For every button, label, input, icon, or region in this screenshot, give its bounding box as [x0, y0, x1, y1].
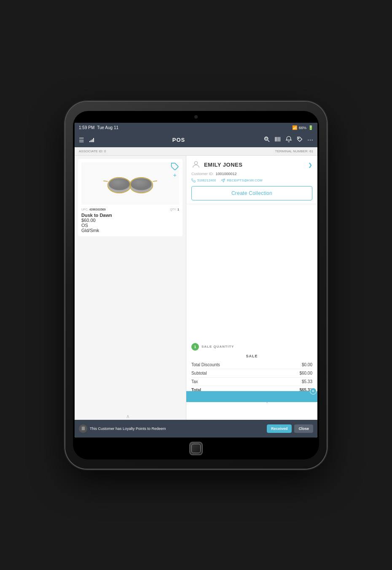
tablet-frame: 1:59 PM Tue Aug 11 📶 66% 🔋 ☰ PO: [65, 102, 327, 469]
sale-quantity-label: SALE QUANTITY: [201, 345, 234, 348]
screen: 1:59 PM Tue Aug 11 📶 66% 🔋 ☰ PO: [75, 123, 317, 438]
loyalty-text: This Customer has Loyalty Points to Rede…: [90, 427, 166, 431]
customer-left: EMILY JONES: [191, 160, 242, 170]
status-left: 1:59 PM Tue Aug 11: [79, 125, 118, 130]
create-collection-button[interactable]: Create Collection: [191, 186, 312, 200]
date-display: Tue Aug 11: [97, 125, 118, 130]
menu-icon[interactable]: ☰: [79, 137, 84, 143]
svg-rect-6: [277, 137, 278, 142]
svg-point-25: [194, 161, 197, 164]
spacer: [186, 204, 317, 339]
customer-row: EMILY JONES ❯: [191, 160, 312, 170]
home-button-inner: [191, 444, 201, 453]
loyalty-message: ☰ This Customer has Loyalty Points to Re…: [79, 424, 166, 433]
close-x-button[interactable]: ✕: [310, 388, 317, 394]
camera: [194, 115, 198, 119]
svg-point-0: [265, 137, 268, 140]
battery-display: 66%: [299, 126, 306, 130]
main-content: +: [75, 156, 317, 420]
qty-value: 1: [177, 208, 179, 211]
svg-line-20: [103, 181, 107, 181]
nav-title: POS: [99, 137, 258, 143]
bottom-bar: ☰ This Customer has Loyalty Points to Re…: [75, 420, 317, 438]
signal-icon: [89, 138, 94, 142]
svg-rect-9: [280, 137, 280, 142]
svg-line-2: [268, 140, 269, 142]
left-panel: +: [75, 156, 186, 420]
service-icon[interactable]: [285, 136, 292, 144]
tax-label: Tax: [191, 379, 198, 384]
checkout-bar: ✕: [186, 391, 317, 402]
total-discounts-label: Total Discounts: [191, 362, 220, 367]
received-button[interactable]: Received: [267, 424, 292, 433]
sale-label: SALE: [191, 354, 312, 358]
tax-value: $5.33: [302, 379, 312, 384]
customer-avatar-icon: [191, 160, 201, 170]
svg-rect-4: [276, 137, 276, 142]
customer-name: EMILY JONES: [204, 162, 242, 168]
terminal-val: 61: [309, 149, 313, 153]
associate-id: ASSOCIATE ID: 0: [79, 149, 106, 153]
qty-label: QTY:: [170, 208, 177, 211]
tablet-inner: 1:59 PM Tue Aug 11 📶 66% 🔋 ☰ PO: [73, 111, 319, 459]
product-upc-row: UPC: 4396303569 QTY: 1: [81, 208, 179, 211]
status-right: 📶 66% 🔋: [292, 125, 313, 130]
product-image: [81, 162, 179, 205]
product-price: $60.00: [81, 218, 179, 223]
more-icon[interactable]: ⋯: [307, 137, 313, 143]
customer-chevron-icon[interactable]: ❯: [308, 162, 312, 168]
search-icon[interactable]: [263, 136, 270, 144]
sunglasses-graphic: [103, 170, 158, 197]
product-tag-icon[interactable]: +: [171, 162, 179, 178]
loyalty-icon: ☰: [79, 424, 87, 433]
close-button[interactable]: Close: [294, 424, 313, 433]
email-value: RECEIPTS@KWI.COM: [227, 178, 262, 182]
customer-id-value: 1001000012: [215, 172, 236, 176]
total-discounts-row: Total Discounts $0.00: [191, 361, 312, 369]
svg-rect-8: [279, 137, 279, 142]
associate-val: 0: [104, 149, 106, 153]
svg-rect-7: [278, 137, 279, 142]
right-panel: EMILY JONES ❯ Customer ID: 1001000012: [186, 156, 317, 420]
email-contact[interactable]: RECEIPTS@KWI.COM: [221, 178, 262, 183]
barcode-icon[interactable]: [274, 136, 281, 144]
product-name: Dusk to Dawn: [81, 213, 179, 218]
svg-line-21: [153, 181, 157, 181]
total-discounts-value: $0.00: [302, 362, 312, 367]
customer-section: EMILY JONES ❯ Customer ID: 1001000012: [186, 156, 317, 204]
svg-point-11: [298, 138, 299, 139]
upc-value: 4396303569: [89, 208, 106, 211]
phone-value: 5166212400: [197, 178, 216, 182]
associate-label: ASSOCIATE ID:: [79, 149, 103, 153]
home-button[interactable]: [189, 442, 203, 455]
nav-icons-right: ⋯: [263, 136, 313, 144]
customer-contact-row: 5166212400 RECEIPTS@KWI.COM: [191, 178, 312, 183]
product-size: OS: [81, 223, 179, 228]
battery-icon: 🔋: [308, 125, 313, 130]
tax-row: Tax $5.33: [191, 378, 312, 386]
time-display: 1:59 PM: [79, 125, 94, 130]
wifi-icon: 📶: [292, 125, 297, 130]
product-card: +: [78, 159, 183, 236]
phone-icon: [191, 178, 196, 183]
email-icon: [221, 178, 225, 183]
tag-icon[interactable]: [296, 136, 303, 144]
subtotal-value: $60.00: [299, 371, 312, 375]
upc-label: UPC:: [81, 208, 89, 211]
bottom-buttons: Received Close: [267, 424, 313, 433]
svg-point-1: [266, 138, 267, 140]
sale-quantity-row: 1 SALE QUANTITY: [191, 343, 312, 351]
nav-bar: ☰ POS: [75, 133, 317, 147]
svg-point-23: [109, 178, 129, 190]
svg-point-24: [131, 178, 151, 190]
terminal-label: TERMINAL NUMBER:: [275, 149, 309, 153]
scroll-up-arrow[interactable]: ∧: [126, 413, 130, 419]
phone-contact[interactable]: 5166212400: [191, 178, 216, 183]
svg-rect-5: [277, 137, 277, 142]
customer-id-label: Customer ID:: [191, 172, 214, 176]
sale-quantity-badge: 1: [191, 343, 199, 351]
sub-header: ASSOCIATE ID: 0 TERMINAL NUMBER: 61: [75, 147, 317, 156]
product-color: Gld/Smk: [81, 228, 179, 233]
terminal-number: TERMINAL NUMBER: 61: [275, 149, 313, 153]
customer-id-row: Customer ID: 1001000012: [191, 172, 312, 176]
